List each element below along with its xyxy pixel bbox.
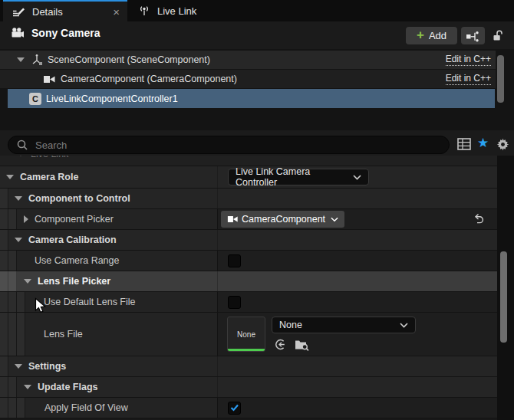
expander-down-icon [17, 156, 25, 156]
chevron-down-icon [400, 323, 408, 328]
expander-right-icon[interactable] [24, 215, 28, 223]
use-selected-asset-icon[interactable] [273, 338, 286, 351]
expander-down-icon[interactable] [17, 57, 25, 62]
live-link-icon [138, 5, 150, 17]
tree-row-label: SceneComponent (SceneComponent) [48, 54, 210, 65]
use-camera-range-checkbox[interactable] [228, 254, 241, 267]
row-component-to-control[interactable]: Component to Control [0, 189, 497, 209]
tree-row-label: LiveLinkComponentController1 [46, 94, 178, 104]
blueprint-node-icon [466, 30, 481, 42]
category-label: Update Flags [38, 382, 98, 392]
expander-down-icon[interactable] [15, 196, 22, 201]
tree-row-label: CameraComponent (CameraComponent) [61, 74, 237, 84]
tab-live-link[interactable]: Live Link [127, 0, 207, 21]
category-label: Lens File Picker [38, 276, 110, 287]
use-default-lens-file-checkbox[interactable] [228, 296, 241, 309]
browse-to-asset-icon[interactable] [295, 339, 309, 351]
row-component-picker[interactable]: Component Picker CameraComponent [0, 209, 497, 230]
component-tree: SceneComponent (SceneComponent) Edit in … [0, 49, 514, 130]
camera-role-dropdown[interactable]: Live Link Camera Controller [228, 169, 369, 185]
row-settings[interactable]: Settings [0, 356, 497, 377]
chevron-down-icon [331, 217, 338, 222]
reset-to-default-icon[interactable] [473, 213, 485, 225]
row-apply-field-of-view[interactable]: Apply Field Of View [0, 398, 497, 418]
thumbnail-label: None [237, 330, 255, 339]
apply-field-of-view-checkbox[interactable] [228, 402, 241, 415]
close-icon[interactable]: × [113, 6, 120, 18]
combo-value: CameraComponent [242, 214, 325, 225]
tab-live-link-label: Live Link [157, 5, 196, 17]
chevron-down-icon [353, 175, 361, 180]
cine-camera-icon [11, 27, 25, 39]
tab-details[interactable]: Details × [3, 0, 127, 21]
row-camera-calibration[interactable]: Camera Calibration [0, 230, 497, 251]
actor-title: Sony Camera [11, 27, 100, 39]
category-label: Camera Calibration [28, 235, 117, 245]
search-input[interactable] [34, 139, 441, 152]
add-button[interactable]: + Add [406, 27, 457, 44]
details-panel: Sony Camera + Add [0, 21, 514, 420]
row-update-flags[interactable]: Update Flags [0, 377, 497, 398]
gear-icon[interactable] [496, 138, 509, 151]
row-lens-file[interactable]: Lens File None None [0, 313, 497, 356]
livelink-controller-icon: C [29, 93, 41, 105]
lens-file-thumbnail[interactable]: None [227, 317, 265, 352]
tab-bar: Details × Live Link [0, 0, 514, 21]
category-label: Live Link [31, 156, 68, 159]
tree-row-scene-component[interactable]: SceneComponent (SceneComponent) Edit in … [0, 51, 496, 69]
row-lens-file-picker[interactable]: Lens File Picker [0, 271, 497, 292]
property-label: Component Picker [35, 214, 114, 225]
property-label: Lens File [44, 329, 83, 340]
property-grid: Live Link Camera Role Live Link Camera C… [0, 156, 514, 420]
favorites-star-icon[interactable]: ★ [477, 136, 489, 149]
dropdown-value: None [279, 320, 302, 330]
details-scrollbar[interactable] [500, 251, 507, 343]
camera-component-icon [227, 215, 239, 224]
actor-title-label: Sony Camera [31, 27, 100, 39]
property-label: Apply Field Of View [44, 402, 128, 413]
camera-component-icon [43, 74, 56, 84]
edit-in-cpp-link[interactable]: Edit in C++ [446, 54, 491, 66]
panel-header: Sony Camera + Add [0, 21, 514, 49]
blueprint-component-button[interactable] [461, 27, 485, 44]
row-use-default-lens-file[interactable]: Use Default Lens File [0, 292, 497, 313]
search-icon [16, 139, 28, 151]
tree-row-camera-component[interactable]: CameraComponent (CameraComponent) Edit i… [0, 70, 496, 88]
tab-details-label: Details [32, 6, 107, 18]
category-label: Settings [28, 361, 66, 372]
expander-down-icon[interactable] [15, 364, 22, 369]
row-camera-role[interactable]: Camera Role Live Link Camera Controller [0, 166, 497, 189]
edit-in-cpp-link[interactable]: Edit in C++ [446, 73, 491, 85]
expander-down-icon[interactable] [24, 279, 31, 284]
add-button-label: Add [429, 30, 446, 41]
search-box[interactable] [8, 136, 450, 154]
property-label: Camera Role [20, 172, 78, 182]
expander-down-icon[interactable] [15, 238, 22, 242]
plus-icon: + [417, 28, 424, 41]
unlock-button[interactable] [490, 28, 506, 44]
clipped-category-row[interactable]: Live Link [0, 156, 497, 166]
unlock-icon [492, 29, 504, 42]
mouse-cursor [34, 297, 48, 316]
dropdown-value: Live Link Camera Controller [236, 166, 353, 188]
tree-row-livelink-controller[interactable]: C LiveLinkComponentController1 [8, 89, 495, 108]
expander-down-icon[interactable] [6, 175, 14, 179]
tree-scrollbar[interactable] [497, 55, 504, 103]
category-label: Component to Control [28, 193, 130, 204]
scene-component-icon [31, 54, 43, 66]
scrollbar-track[interactable] [497, 156, 514, 420]
component-picker-combo[interactable]: CameraComponent [221, 211, 344, 228]
display-options-icon[interactable] [457, 138, 471, 150]
property-label: Use Camera Range [35, 255, 119, 266]
expander-down-icon[interactable] [24, 385, 31, 389]
asset-type-color-bar [228, 349, 265, 351]
details-icon [12, 6, 25, 18]
lens-file-dropdown[interactable]: None [272, 317, 416, 333]
row-use-camera-range[interactable]: Use Camera Range [0, 251, 497, 271]
property-label: Use Default Lens File [44, 297, 136, 307]
